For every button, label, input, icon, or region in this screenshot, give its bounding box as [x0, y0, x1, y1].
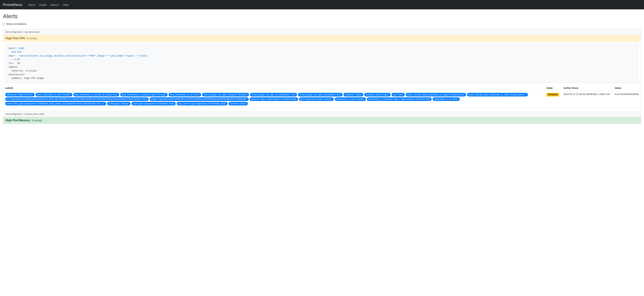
code-expr-value: rate(container_cpu_usage_seconds_total{c…: [9, 54, 148, 61]
label-badge[interactable]: pod_name="nginx-deployment-5754944d6c-2b…: [177, 102, 228, 105]
alert-name-high-pod-memory: High Pod Memory (0 active): [6, 119, 42, 122]
alert-item-high-pod-cpu: High Pod CPU (1 active) alert: High Pod …: [3, 35, 641, 107]
table-row: alertname="High Pod CPU"beta_kubernetes_…: [3, 91, 641, 107]
label-badge[interactable]: kubernetes_io_os="linux": [432, 97, 460, 101]
page-title: Alerts: [3, 13, 641, 20]
label-badge[interactable]: beta_kubernetes_io_os="linux": [168, 93, 201, 96]
alert-count-high-pod-memory: (0 active): [32, 119, 42, 122]
col-header-active-since: Active Since: [561, 85, 612, 91]
show-annotations-checkbox[interactable]: [3, 23, 5, 25]
label-badge[interactable]: container="nginx": [344, 93, 363, 96]
label-badge[interactable]: name="k8s_nginx-deployment-5754944d6c-2b…: [5, 102, 106, 105]
label-badge[interactable]: namespace="default": [107, 102, 130, 105]
col-header-value: Value: [612, 85, 641, 91]
label-badge[interactable]: job="kubernetes-nodes-cadvisor": [299, 97, 334, 101]
value-cell: 0.04730236638438465: [612, 91, 641, 107]
show-annotations-label[interactable]: Show annotations: [3, 22, 641, 25]
main-content: Alerts Show annotations /etc/config/rule…: [0, 9, 644, 131]
label-badge[interactable]: pod="nginx-deployment-5754944d6c-2bdtj": [132, 102, 176, 105]
label-badge[interactable]: container_name="nginx": [364, 93, 390, 96]
state-badge: PENDING: [546, 93, 559, 96]
rule-group-2: /etc/config/rules > memory demo alert Hi…: [3, 111, 641, 124]
rule-group-2-header: /etc/config/rules > memory demo alert: [3, 111, 641, 117]
nav-status-dropdown[interactable]: Status ▾: [48, 2, 61, 7]
col-header-state: State: [544, 85, 562, 91]
nav-alerts[interactable]: Alerts: [27, 2, 37, 7]
label-badge[interactable]: beta_kubernetes_io_arch="amd64": [36, 93, 72, 96]
show-annotations-text: Show annotations: [6, 22, 26, 25]
rule-group-1: /etc/config/rules > cpu demo alert High …: [3, 29, 641, 107]
label-badge[interactable]: cloud_google_com_gke_nodepool="default-0…: [202, 93, 249, 96]
label-badge[interactable]: kubernetes_io_hostname="gke-c-zfqbv-defa…: [367, 97, 432, 101]
label-badge[interactable]: id="/kubepods/burstable/pod6e2afa8d-bfc4…: [5, 97, 149, 101]
label-badge[interactable]: failure_domain_beta_kubernetes_io_zone="…: [467, 93, 528, 96]
label-badge[interactable]: alertname="High Pod CPU": [5, 93, 34, 96]
label-badge[interactable]: kubernetes_io_arch="amd64": [335, 97, 366, 101]
alert-name-high-pod-cpu: High Pod CPU (1 active): [6, 37, 37, 40]
state-cell: PENDING: [544, 91, 562, 107]
col-header-labels: Labels: [3, 85, 544, 91]
alert-code-block: alert: High Pod CPU expr: rate(container…: [6, 44, 638, 83]
rule-group-1-header: /etc/config/rules > cpu demo alert: [3, 29, 641, 35]
alert-header-high-pod-cpu[interactable]: High Pod CPU (1 active): [3, 35, 641, 42]
label-badge[interactable]: cpu="total": [392, 93, 405, 96]
nav-status[interactable]: Status ▾: [48, 2, 61, 7]
nav-help[interactable]: Help: [61, 2, 70, 7]
alert-header-high-pod-memory[interactable]: High Pod Memory (0 active): [3, 117, 641, 124]
alert-item-high-pod-memory: High Pod Memory (0 active): [3, 117, 641, 124]
label-badge[interactable]: image="nginx@sha256:e3456c851a152494c3e4…: [150, 97, 249, 101]
label-badge[interactable]: cloud_google_com_gke_preemptible="true": [298, 93, 343, 96]
brand-link[interactable]: Prometheus: [3, 3, 22, 7]
navbar: Prometheus Alerts Graph Status ▾ Help: [0, 0, 644, 9]
labels-cell: alertname="High Pod CPU"beta_kubernetes_…: [3, 91, 544, 107]
label-badge[interactable]: beta_kubernetes_io_fluentd_ds_ready="tru…: [73, 93, 119, 96]
chevron-down-icon: ▾: [58, 4, 59, 6]
alert-count-high-pod-cpu: (1 active): [27, 37, 37, 40]
active-since-cell: 2020-03-27 21:58:09.306064922 +0000 UTC: [561, 91, 612, 107]
label-badge[interactable]: beta_kubernetes_io_instance_type="e2-sma…: [120, 93, 168, 96]
label-badge[interactable]: instance="gke-c-zfqbv-default-0-14291332…: [250, 97, 298, 101]
label-badge[interactable]: severity="critical": [228, 102, 248, 105]
label-badge[interactable]: cloud_google_com_gke_os_distribution="co…: [250, 93, 297, 96]
alert-labels-table: Labels State Active Since Value alertnam…: [3, 85, 641, 107]
alert-table-wrapper: Labels State Active Since Value alertnam…: [3, 85, 641, 107]
label-badge[interactable]: failure_domain_beta_kubernetes_io_region…: [406, 93, 466, 96]
nav-graph[interactable]: Graph: [37, 2, 48, 7]
